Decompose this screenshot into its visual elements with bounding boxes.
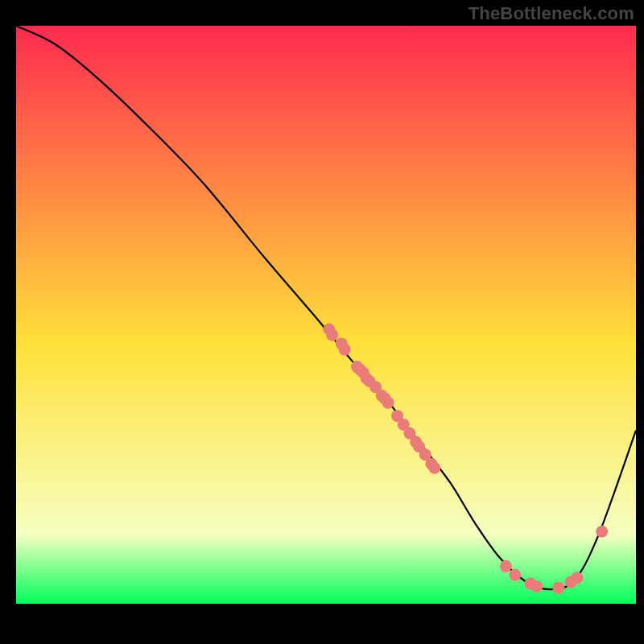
- chart-stage: TheBottleneck.com: [0, 0, 644, 644]
- data-point: [509, 569, 521, 581]
- data-point: [339, 344, 351, 356]
- data-point: [500, 560, 512, 572]
- data-point: [571, 572, 583, 584]
- data-point: [428, 462, 440, 474]
- data-point: [382, 397, 394, 409]
- frame-top: [0, 0, 644, 26]
- data-point: [530, 580, 543, 592]
- frame-bottom: [0, 604, 644, 644]
- data-point: [552, 581, 564, 593]
- bottleneck-chart: [0, 0, 644, 644]
- plot-background: [16, 26, 636, 604]
- frame-left: [0, 0, 16, 644]
- data-point: [596, 526, 608, 538]
- data-point: [326, 329, 338, 341]
- frame-right: [636, 0, 644, 644]
